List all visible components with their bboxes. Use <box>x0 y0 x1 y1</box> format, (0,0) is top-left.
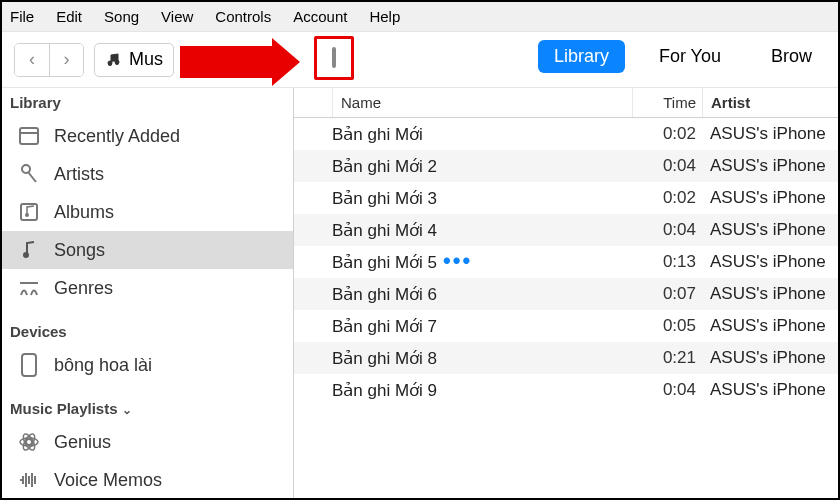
table-row[interactable]: Bản ghi Mới 40:04ASUS's iPhone <box>294 214 838 246</box>
nav-back-button[interactable]: ‹ <box>15 44 49 76</box>
column-time[interactable]: Time <box>632 88 702 117</box>
menu-controls[interactable]: Controls <box>215 8 271 25</box>
menu-account[interactable]: Account <box>293 8 347 25</box>
music-note-icon <box>105 52 121 68</box>
table-row[interactable]: Bản ghi Mới 60:07ASUS's iPhone <box>294 278 838 310</box>
cell-name: Bản ghi Mới 8 <box>332 348 632 369</box>
cell-name: Bản ghi Mới 9 <box>332 380 632 401</box>
cell-name: Bản ghi Mới <box>332 124 632 145</box>
note-icon <box>16 237 42 263</box>
cell-time: 0:21 <box>632 348 702 368</box>
tab-for-you[interactable]: For You <box>643 40 737 73</box>
menu-song[interactable]: Song <box>104 8 139 25</box>
table-row[interactable]: Bản ghi Mới 80:21ASUS's iPhone <box>294 342 838 374</box>
cell-time: 0:05 <box>632 316 702 336</box>
nav-forward-button[interactable]: › <box>49 44 83 76</box>
cell-time: 0:04 <box>632 220 702 240</box>
table-row[interactable]: Bản ghi Mới 90:04ASUS's iPhone <box>294 374 838 406</box>
cell-name: Bản ghi Mới 4 <box>332 220 632 241</box>
sidebar-item-label: bông hoa lài <box>54 355 152 376</box>
cell-time: 0:07 <box>632 284 702 304</box>
table-row[interactable]: Bản ghi Mới0:02ASUS's iPhone <box>294 118 838 150</box>
sidebar-header-library: Library <box>2 88 293 117</box>
table-header: Name Time Artist <box>294 88 838 118</box>
sidebar-item-genres[interactable]: Genres <box>2 269 293 307</box>
cell-name: Bản ghi Mới 3 <box>332 188 632 209</box>
cell-artist: ASUS's iPhone <box>702 156 838 176</box>
now-playing-icon: ••• <box>443 248 472 273</box>
column-name[interactable]: Name <box>332 88 632 117</box>
menu-view[interactable]: View <box>161 8 193 25</box>
device-button[interactable] <box>314 36 354 80</box>
cell-artist: ASUS's iPhone <box>702 252 838 272</box>
cell-time: 0:02 <box>632 188 702 208</box>
svg-point-1 <box>115 61 119 65</box>
phone-icon <box>332 49 336 67</box>
sidebar-item-songs[interactable]: Songs <box>2 231 293 269</box>
cell-name: Bản ghi Mới 2 <box>332 156 632 177</box>
genres-icon <box>16 275 42 301</box>
chevron-down-icon: ⌄ <box>122 403 132 417</box>
sidebar-item-recently-added[interactable]: Recently Added <box>2 117 293 155</box>
table-row[interactable]: Bản ghi Mới 70:05ASUS's iPhone <box>294 310 838 342</box>
menu-bar: File Edit Song View Controls Account Hel… <box>2 2 838 32</box>
sidebar-item-artists[interactable]: Artists <box>2 155 293 193</box>
sidebar-item-label: Voice Memos <box>54 470 162 491</box>
tab-library[interactable]: Library <box>538 40 625 73</box>
cell-artist: ASUS's iPhone <box>702 220 838 240</box>
cell-name: Bản ghi Mới 6 <box>332 284 632 305</box>
toolbar: ‹ › Mus Library For You Brow <box>2 32 838 88</box>
cell-time: 0:02 <box>632 124 702 144</box>
menu-help[interactable]: Help <box>369 8 400 25</box>
table-row[interactable]: Bản ghi Mới 20:04ASUS's iPhone <box>294 150 838 182</box>
sidebar-item-genius[interactable]: Genius <box>2 423 293 461</box>
voice-memos-icon <box>16 467 42 493</box>
sidebar-item-voice-memos[interactable]: Voice Memos <box>2 461 293 499</box>
recently-added-icon <box>16 123 42 149</box>
nav-buttons: ‹ › <box>14 43 84 77</box>
sidebar-item-label: Genres <box>54 278 113 299</box>
cell-artist: ASUS's iPhone <box>702 316 838 336</box>
sidebar-header-playlists[interactable]: Music Playlists⌄ <box>2 394 293 423</box>
cell-artist: ASUS's iPhone <box>702 380 838 400</box>
cell-name: Bản ghi Mới 7 <box>332 316 632 337</box>
cell-artist: ASUS's iPhone <box>702 188 838 208</box>
svg-point-7 <box>25 213 29 217</box>
annotation-arrow <box>180 38 320 86</box>
svg-line-5 <box>28 172 36 182</box>
view-tabs: Library For You Brow <box>538 40 828 73</box>
sidebar-header-playlists-label: Music Playlists <box>10 400 118 417</box>
sidebar-item-label: Albums <box>54 202 114 223</box>
cell-time: 0:04 <box>632 380 702 400</box>
table-row[interactable]: Bản ghi Mới 5•••0:13ASUS's iPhone <box>294 246 838 278</box>
svg-rect-2 <box>20 128 38 144</box>
sidebar-item-albums[interactable]: Albums <box>2 193 293 231</box>
phone-icon <box>16 352 42 378</box>
sidebar-item-label: Artists <box>54 164 104 185</box>
genius-icon <box>16 429 42 455</box>
menu-file[interactable]: File <box>10 8 34 25</box>
table-row[interactable]: Bản ghi Mới 30:02ASUS's iPhone <box>294 182 838 214</box>
content-area: Library Recently Added Artists Albums So… <box>2 88 838 500</box>
sidebar-item-label: Songs <box>54 240 105 261</box>
sidebar-item-label: Recently Added <box>54 126 180 147</box>
svg-rect-10 <box>22 354 36 376</box>
cell-artist: ASUS's iPhone <box>702 348 838 368</box>
cell-time: 0:04 <box>632 156 702 176</box>
tab-browse[interactable]: Brow <box>755 40 828 73</box>
sidebar-item-device[interactable]: bông hoa lài <box>2 346 293 384</box>
cell-time: 0:13 <box>632 252 702 272</box>
media-picker[interactable]: Mus <box>94 43 174 77</box>
cell-artist: ASUS's iPhone <box>702 124 838 144</box>
cell-artist: ASUS's iPhone <box>702 284 838 304</box>
songs-table: Name Time Artist Bản ghi Mới0:02ASUS's i… <box>294 88 838 500</box>
svg-point-8 <box>23 252 29 258</box>
table-body: Bản ghi Mới0:02ASUS's iPhoneBản ghi Mới … <box>294 118 838 406</box>
sidebar-item-label: Genius <box>54 432 111 453</box>
column-artist[interactable]: Artist <box>702 88 838 117</box>
media-picker-label: Mus <box>129 49 163 70</box>
cell-name: Bản ghi Mới 5••• <box>332 252 632 273</box>
sidebar: Library Recently Added Artists Albums So… <box>2 88 294 500</box>
svg-point-11 <box>26 439 32 445</box>
menu-edit[interactable]: Edit <box>56 8 82 25</box>
